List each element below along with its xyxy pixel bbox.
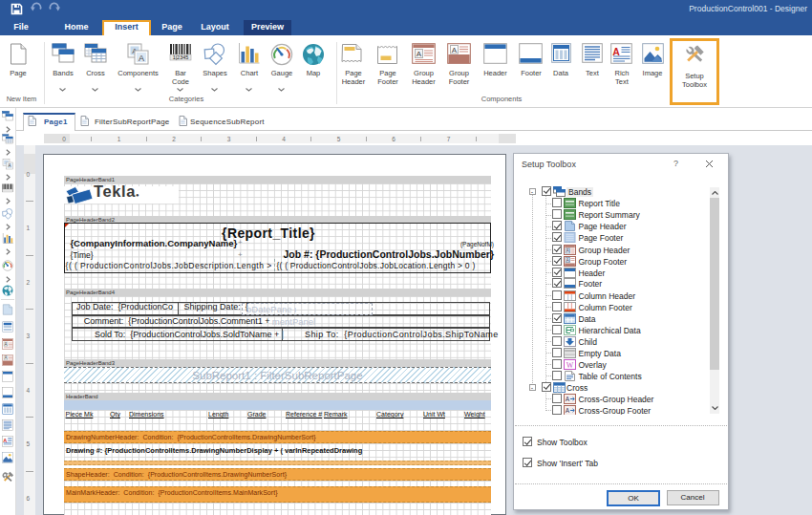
svg-text:A: A <box>3 438 7 443</box>
svg-text:A: A <box>417 50 422 58</box>
svg-text:W: W <box>566 360 573 369</box>
svg-text:A: A <box>4 355 7 360</box>
svg-text:1|2345: 1|2345 <box>173 54 189 60</box>
svg-text:A: A <box>565 396 569 402</box>
svg-text:A: A <box>4 342 7 347</box>
svg-text:A: A <box>565 407 569 414</box>
svg-text:A: A <box>566 257 568 262</box>
svg-text:A: A <box>8 163 11 168</box>
svg-text:A: A <box>139 54 144 63</box>
svg-text:A: A <box>566 248 568 253</box>
svg-text:A: A <box>452 46 458 54</box>
svg-text:A: A <box>612 46 620 57</box>
